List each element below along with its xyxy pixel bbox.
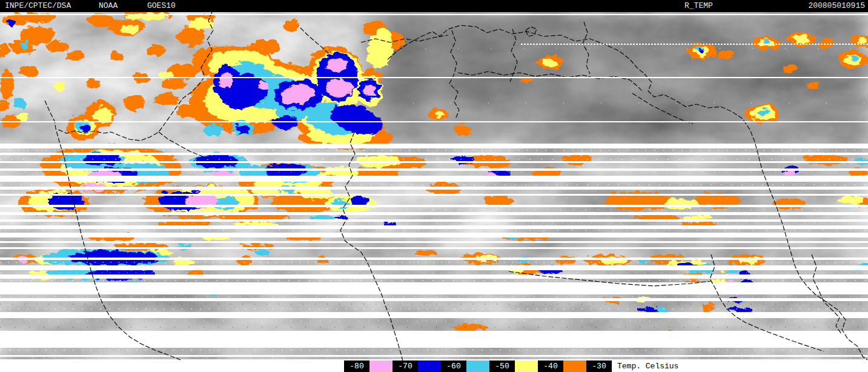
temp-blob bbox=[64, 50, 81, 59]
dropout-stripe bbox=[0, 257, 868, 260]
legend-label: -30 bbox=[586, 360, 612, 372]
temp-blob bbox=[78, 122, 88, 130]
legend-swatch bbox=[369, 360, 393, 372]
temp-blob bbox=[108, 50, 122, 59]
dropout-stripe bbox=[0, 331, 868, 348]
legend-swatch bbox=[563, 360, 586, 372]
temp-blob bbox=[452, 124, 469, 133]
temp-blob bbox=[696, 47, 703, 51]
temp-blob bbox=[184, 191, 216, 206]
temp-blob bbox=[153, 91, 177, 105]
temp-blob bbox=[201, 123, 223, 134]
title-bar: INPE/CPTEC/DSA NOAA GOES10 R_TEMP 200805… bbox=[0, 0, 868, 12]
legend-label: -40 bbox=[538, 360, 563, 372]
temp-blob bbox=[50, 81, 65, 89]
temp-blob bbox=[331, 198, 347, 206]
temp-blob bbox=[757, 108, 767, 114]
dropout-stripe bbox=[0, 265, 868, 270]
legend-swatch bbox=[515, 360, 538, 372]
temp-blob bbox=[84, 78, 98, 86]
product-label: R_TEMP bbox=[684, 0, 713, 12]
satellite-image bbox=[0, 12, 868, 372]
dropout-stripe bbox=[0, 355, 868, 357]
temp-blob bbox=[282, 18, 296, 30]
dropout-stripe bbox=[0, 225, 868, 229]
temp-blob bbox=[174, 242, 189, 247]
temp-blob bbox=[792, 33, 807, 42]
legend-label: -70 bbox=[393, 360, 418, 372]
temp-blob bbox=[637, 305, 657, 311]
temp-blob bbox=[320, 122, 340, 132]
temp-blob bbox=[323, 77, 352, 95]
temp-blob bbox=[12, 96, 24, 107]
legend: -80-70-60-50-40-30Temp. Celsius bbox=[344, 360, 678, 372]
temp-blob bbox=[849, 54, 856, 59]
temp-blob bbox=[118, 22, 137, 32]
legend-title: Temp. Celsius bbox=[612, 360, 678, 372]
agency-label: INPE/CPTEC/DSA bbox=[5, 0, 71, 12]
legend-label: -80 bbox=[344, 360, 369, 372]
temp-blob bbox=[815, 38, 832, 47]
temp-blob bbox=[325, 56, 346, 70]
temp-blob bbox=[121, 93, 142, 110]
network-label: NOAA bbox=[99, 0, 118, 12]
temp-blob bbox=[856, 36, 867, 42]
dropout-stripe bbox=[0, 219, 868, 222]
temp-blob bbox=[761, 38, 768, 42]
temp-blob bbox=[145, 43, 164, 54]
dropout-stripe bbox=[0, 161, 868, 163]
satellite-map-svg bbox=[0, 12, 868, 372]
temp-blob bbox=[253, 248, 268, 253]
temp-blob bbox=[131, 71, 148, 81]
temp-blob bbox=[5, 17, 13, 24]
temp-blob bbox=[724, 305, 751, 310]
temp-blob bbox=[18, 40, 28, 47]
temp-blob bbox=[715, 48, 732, 58]
temp-blob bbox=[15, 111, 27, 119]
legend-label: -60 bbox=[441, 360, 466, 372]
temp-blob bbox=[91, 105, 111, 121]
scanline-dropout-layer bbox=[0, 144, 868, 372]
temp-blob bbox=[806, 82, 818, 88]
dropout-stripe bbox=[0, 194, 868, 196]
dropout-stripe bbox=[0, 168, 868, 171]
timestamp-label: 200805010915 bbox=[808, 0, 865, 12]
temp-blob bbox=[188, 16, 212, 28]
temp-blob bbox=[45, 39, 67, 51]
dropout-stripe bbox=[0, 144, 868, 148]
temp-blob bbox=[18, 64, 37, 75]
legend-swatch bbox=[466, 360, 489, 372]
dropout-stripe bbox=[0, 153, 868, 155]
dropout-stripe bbox=[0, 176, 868, 182]
temp-blob bbox=[361, 82, 374, 95]
dropout-stripe bbox=[0, 233, 868, 237]
temp-blob bbox=[452, 322, 486, 329]
satellite-label: GOES10 bbox=[147, 0, 176, 12]
temp-blob bbox=[541, 56, 555, 65]
dropout-stripe bbox=[0, 212, 868, 215]
dropout-stripe bbox=[0, 298, 868, 301]
dropout-stripe bbox=[0, 187, 868, 190]
temp-blob bbox=[432, 110, 442, 116]
temp-blob bbox=[483, 170, 498, 176]
temp-blob bbox=[691, 191, 739, 206]
temp-blob bbox=[156, 68, 171, 77]
dropout-stripe bbox=[0, 274, 868, 279]
legend-label: -50 bbox=[489, 360, 515, 372]
legend-swatch bbox=[418, 360, 441, 372]
dropout-stripe bbox=[0, 282, 868, 294]
temp-blob bbox=[234, 123, 248, 131]
dropout-stripe bbox=[0, 241, 868, 243]
temp-blob bbox=[67, 249, 157, 264]
temp-blob bbox=[256, 81, 267, 89]
temp-blob bbox=[780, 63, 795, 70]
temp-blob bbox=[835, 194, 861, 203]
dropout-stripe bbox=[0, 312, 868, 318]
dropout-stripe bbox=[0, 205, 868, 207]
dropout-stripe bbox=[0, 247, 868, 249]
